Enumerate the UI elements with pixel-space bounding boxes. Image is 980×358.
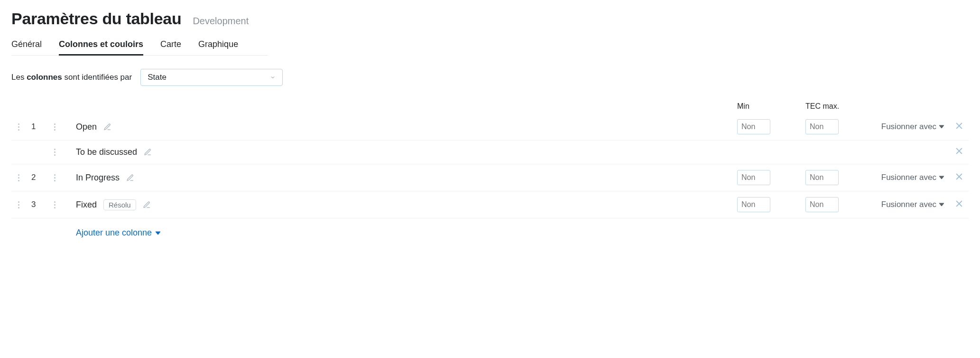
drag-handle-icon[interactable] [51,123,58,131]
identifier-bold: colonnes [27,73,62,82]
column-index: 2 [31,173,46,182]
drag-handle-icon[interactable] [51,201,58,208]
header-tec-max: TEC max. [805,102,843,111]
column-index: 3 [31,200,46,209]
edit-icon[interactable] [144,148,152,156]
tab-general[interactable]: Général [11,39,42,56]
column-sub-row: To be discussed [11,140,969,164]
columns-header-row: Min TEC max. [11,99,969,113]
columns-list: Min TEC max. 1 Open Fusionner avec To be… [11,99,969,238]
drag-handle-icon[interactable] [51,174,58,181]
svg-marker-8 [939,203,944,206]
drag-handle-icon[interactable] [15,123,22,131]
tab-chart[interactable]: Graphique [198,39,238,56]
wip-max-input[interactable] [805,170,839,185]
min-input[interactable] [737,170,770,185]
edit-icon[interactable] [126,174,134,182]
identifier-suffix: sont identifiées par [62,73,132,82]
column-name: In Progress [76,173,120,183]
identifier-field-value: State [148,73,166,82]
caret-down-icon [156,228,160,238]
board-name: Development [193,16,249,27]
svg-marker-0 [939,125,944,128]
add-column-button[interactable]: Ajouter une colonne [76,228,731,238]
wip-max-input[interactable] [805,197,839,212]
page-title: Paramètres du tableau [11,9,181,28]
drag-handle-icon[interactable] [51,149,58,156]
tabs: Général Colonnes et couloirs Carte Graph… [11,39,268,56]
merge-with-label: Fusionner avec [881,173,936,182]
tab-card[interactable]: Carte [160,39,181,56]
column-name: Open [76,122,97,132]
drag-handle-icon[interactable] [15,201,22,208]
remove-column-button[interactable] [954,172,964,184]
resolved-badge: Résolu [103,199,136,210]
column-name: Fixed [76,200,97,210]
add-column-row: Ajouter une colonne [11,218,969,238]
drag-handle-icon[interactable] [15,174,22,181]
caret-down-icon [939,122,944,132]
column-index: 1 [31,122,46,132]
caret-down-icon [939,200,944,209]
column-name: To be discussed [76,147,137,157]
column-row: 2 In Progress Fusionner avec [11,164,969,191]
caret-down-icon [939,173,944,182]
columns-identified-by-label: Les colonnes sont identifiées par [11,73,132,82]
column-row: 3 Fixed Résolu Fusionner avec [11,191,969,218]
merge-with-dropdown[interactable]: Fusionner avec [881,173,944,182]
identifier-prefix: Les [11,73,27,82]
tab-columns-swimlanes[interactable]: Colonnes et couloirs [59,39,143,56]
remove-column-button[interactable] [954,146,964,158]
remove-column-button[interactable] [954,199,964,211]
merge-with-dropdown[interactable]: Fusionner avec [881,122,944,132]
svg-marker-11 [156,232,160,235]
merge-with-label: Fusionner avec [881,122,936,132]
add-column-label: Ajouter une colonne [76,228,152,238]
wip-max-input[interactable] [805,119,839,134]
merge-with-label: Fusionner avec [881,200,936,209]
edit-icon[interactable] [143,201,151,209]
column-row: 1 Open Fusionner avec [11,113,969,140]
chevron-down-icon [270,75,276,80]
svg-marker-5 [939,176,944,179]
min-input[interactable] [737,119,770,134]
merge-with-dropdown[interactable]: Fusionner avec [881,200,944,209]
min-input[interactable] [737,197,770,212]
remove-column-button[interactable] [954,121,964,133]
edit-icon[interactable] [103,123,111,131]
identifier-field-select[interactable]: State [140,69,283,86]
header-min: Min [737,102,775,111]
